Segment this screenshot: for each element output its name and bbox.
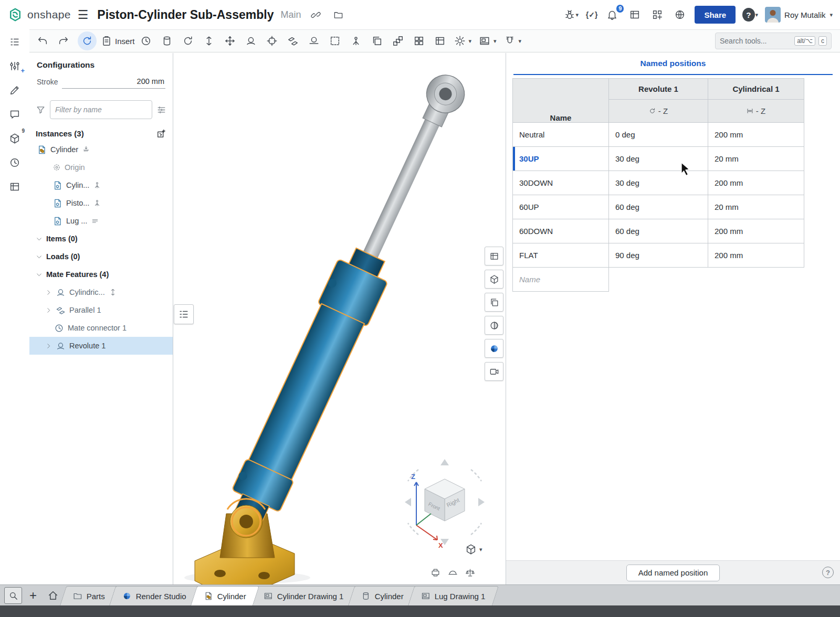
workspace-label[interactable]: Main — [280, 9, 301, 20]
cylindrical-mate-button[interactable] — [241, 31, 261, 50]
mate-row-revolute[interactable]: Revolute 1 — [29, 337, 173, 355]
feature-list-panel-button[interactable] — [6, 34, 24, 50]
graphics-viewport[interactable]: Right Front Z X — [174, 53, 506, 584]
section-items[interactable]: Items (0) — [29, 230, 173, 248]
position-name-cell[interactable]: 60DOWN — [513, 219, 609, 243]
revolute-value-cell[interactable]: 30 deg — [609, 147, 708, 171]
mate-row-parallel[interactable]: Parallel 1 — [29, 301, 173, 319]
mate-button[interactable] — [136, 31, 156, 50]
search-tools-input[interactable] — [720, 37, 791, 45]
revolute-value-cell[interactable]: 0 deg — [609, 123, 708, 147]
chevron-right-icon[interactable] — [45, 289, 52, 296]
parallel-mate-button[interactable] — [283, 31, 303, 50]
named-position-row-30up[interactable]: 30UP 30 deg 20 mm — [513, 147, 804, 171]
tab-render-studio[interactable]: Render Studio — [109, 586, 200, 605]
home-tab-button[interactable] — [44, 587, 62, 604]
comments-panel-button[interactable] — [6, 106, 24, 123]
replicate-button[interactable] — [367, 31, 387, 50]
chevron-down-icon[interactable] — [36, 236, 43, 242]
new-position-row[interactable] — [513, 268, 804, 292]
panel-help-icon[interactable]: ? — [822, 567, 834, 578]
snap-mode-dropdown[interactable]: ▾ — [501, 31, 525, 50]
featurescript-icon[interactable]: {✓} — [586, 7, 598, 23]
position-name-cell[interactable]: FLAT — [513, 243, 609, 268]
list-options-icon[interactable] — [156, 105, 166, 115]
printer-icon[interactable] — [430, 568, 440, 578]
revolute-value-cell[interactable]: 60 deg — [609, 195, 708, 219]
onshape-logo[interactable]: onshape — [7, 7, 71, 23]
parts-panel-button[interactable]: 9 — [6, 130, 24, 147]
chevron-down-icon[interactable] — [36, 253, 43, 260]
piston-rod-part[interactable] — [358, 116, 441, 271]
rotate-up-arrow[interactable] — [440, 459, 449, 465]
view-options-button[interactable]: ▾ — [465, 544, 482, 555]
instances-header[interactable]: Instances (3) — [36, 129, 166, 139]
mate-row-cylindrical[interactable]: Cylindric... — [29, 283, 173, 301]
planar-mate-button[interactable] — [220, 31, 240, 50]
position-name-cell[interactable]: 30DOWN — [513, 171, 609, 195]
undo-button[interactable] — [33, 31, 52, 50]
filter-icon[interactable] — [36, 105, 46, 115]
section-panel-toggle[interactable] — [485, 316, 503, 335]
filter-input-box[interactable] — [50, 100, 152, 119]
cylindrical-value-cell[interactable]: 200 mm — [708, 219, 804, 243]
apps-grid-icon[interactable] — [649, 7, 665, 23]
revolute-value-cell[interactable]: 60 deg — [609, 219, 708, 243]
revolute-value-cell[interactable]: 30 deg — [609, 171, 708, 195]
share-link-icon[interactable] — [308, 7, 323, 23]
globe-icon[interactable] — [672, 7, 688, 23]
user-menu[interactable]: Roy Mutalik ▾ — [765, 7, 833, 23]
cylindrical-value-cell[interactable]: 20 mm — [708, 147, 804, 171]
cylindrical-value-cell[interactable]: 200 mm — [708, 123, 804, 147]
history-panel-button[interactable] — [6, 154, 24, 171]
help-button[interactable]: ?▾ — [742, 7, 758, 23]
scale-icon[interactable] — [465, 568, 475, 578]
tab-lug-drawing-1[interactable]: Lug Drawing 1 — [408, 586, 499, 605]
named-position-row-60up[interactable]: 60UP 60 deg 20 mm — [513, 195, 804, 219]
group-button[interactable] — [325, 31, 345, 50]
configurations-panel-button[interactable]: + — [6, 58, 24, 75]
section-loads[interactable]: Loads (0) — [29, 248, 173, 265]
cylindrical-value-cell[interactable]: 200 mm — [708, 243, 804, 268]
bom-panel-button[interactable] — [6, 178, 24, 195]
tangent-mate-button[interactable] — [304, 31, 324, 50]
copies-panel-toggle[interactable] — [485, 293, 503, 312]
stroke-value-field[interactable]: 200 mm — [62, 77, 165, 89]
instance-row-piston[interactable]: Pisto... — [29, 194, 173, 212]
explode-button[interactable] — [409, 31, 429, 50]
position-name-cell[interactable]: Neutral — [513, 123, 609, 147]
new-tab-button[interactable]: + — [24, 587, 42, 604]
chevron-right-icon[interactable] — [45, 307, 52, 314]
column-header-revolute[interactable]: Revolute 1 — [609, 79, 708, 100]
cylinder-body-part[interactable] — [248, 304, 364, 481]
tab-c​ylinder-assembly[interactable]: Cylinder — [191, 586, 259, 605]
documents-list-icon[interactable] — [627, 7, 643, 23]
cylindrical-value-cell[interactable]: 200 mm — [708, 171, 804, 195]
search-tabs-button[interactable] — [4, 587, 22, 604]
fastened-mate-button[interactable] — [157, 31, 177, 50]
view-panel-toggle[interactable] — [485, 270, 503, 289]
dome-icon[interactable] — [448, 568, 458, 578]
bom-panel-toggle[interactable] — [485, 247, 503, 265]
update-button[interactable] — [78, 31, 97, 50]
position-name-cell[interactable]: 30UP — [513, 147, 609, 171]
named-position-row-flat[interactable]: FLAT 90 deg 200 mm — [513, 243, 804, 268]
revolute-value-cell[interactable]: 90 deg — [609, 243, 708, 268]
folder-icon[interactable] — [330, 7, 346, 23]
assembly-settings-dropdown[interactable]: ▾ — [451, 31, 475, 50]
share-button[interactable]: Share — [695, 6, 736, 24]
rotate-left-arrow[interactable] — [405, 498, 411, 506]
instance-row-cylinder-part[interactable]: Cylin... — [29, 176, 173, 194]
named-position-row-neutral[interactable]: Neutral 0 deg 200 mm — [513, 123, 804, 147]
new-position-name-input[interactable] — [519, 275, 602, 284]
slider-mate-button[interactable] — [199, 31, 219, 50]
mate-row-mate-connector[interactable]: Mate connector 1 — [29, 319, 173, 337]
pattern-button[interactable] — [388, 31, 408, 50]
insert-instance-icon[interactable] — [156, 129, 166, 139]
document-title[interactable]: Piston-Cylinder Sub-Assembly — [97, 8, 274, 22]
chevron-right-icon[interactable] — [45, 343, 52, 349]
notifications-button[interactable]: 9 — [604, 7, 620, 23]
instance-row-cylinder[interactable]: Cylinder — [29, 141, 173, 158]
cylindrical-value-cell[interactable]: 20 mm — [708, 195, 804, 219]
named-position-row-60down[interactable]: 60DOWN 60 deg 200 mm — [513, 219, 804, 243]
